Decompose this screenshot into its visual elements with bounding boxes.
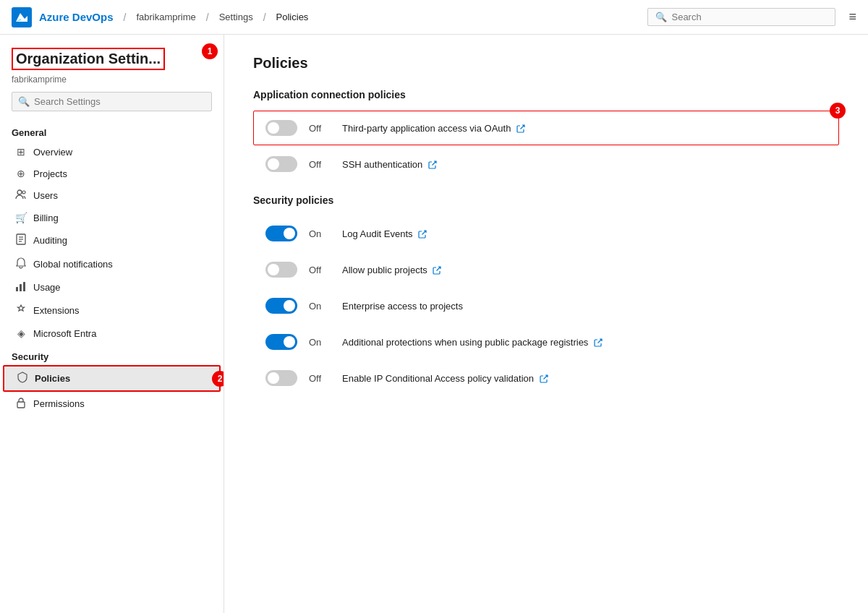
- sidebar-item-global-notifications[interactable]: Global notifications: [3, 252, 221, 276]
- ip-link-icon[interactable]: [540, 373, 548, 384]
- main-content: Policies Application connection policies…: [224, 35, 868, 613]
- sidebar-search-box[interactable]: 🔍: [12, 92, 212, 111]
- policy-name-enterprise: Enterprise access to projects: [342, 301, 463, 312]
- sidebar-item-label: Permissions: [33, 398, 85, 409]
- sidebar-item-label: Billing: [33, 213, 59, 223]
- breadcrumb-sep-1: /: [124, 12, 127, 23]
- toggle-public-projects[interactable]: [265, 262, 297, 278]
- toggle-ip-slider: [265, 370, 297, 386]
- sidebar-search-input[interactable]: [34, 96, 205, 107]
- sidebar-item-label: Overview: [33, 147, 72, 158]
- toggle-additional[interactable]: [265, 334, 297, 350]
- toggle-audit-label: On: [309, 228, 331, 239]
- toggle-ip-conditional[interactable]: [265, 370, 297, 386]
- toggle-oauth-slider: [265, 120, 297, 136]
- oauth-link-icon[interactable]: [516, 123, 525, 134]
- sidebar-item-users[interactable]: Users: [3, 184, 221, 207]
- sidebar-item-usage[interactable]: Usage: [3, 276, 221, 299]
- sidebar-item-permissions[interactable]: Permissions: [3, 392, 221, 416]
- svg-point-2: [22, 191, 25, 194]
- sidebar-item-projects[interactable]: ⊕ Projects: [3, 163, 221, 184]
- page-title: Policies: [253, 55, 839, 72]
- policy-row-enterprise-access: On Enterprise access to projects: [253, 288, 839, 323]
- toggle-public-projects-label: Off: [309, 265, 331, 275]
- permissions-icon: [14, 397, 27, 411]
- policies-item-wrapper: Policies 2: [0, 365, 224, 392]
- extensions-icon: [14, 304, 27, 317]
- users-icon: [14, 189, 27, 202]
- svg-rect-10: [17, 402, 25, 408]
- overview-icon: ⊞: [14, 146, 27, 158]
- search-icon: 🔍: [655, 12, 667, 22]
- sidebar-item-label: Extensions: [33, 305, 80, 316]
- toggle-enterprise-slider: [265, 298, 297, 314]
- toggle-enterprise[interactable]: [265, 298, 297, 314]
- azure-devops-logo-icon: [12, 7, 32, 27]
- sidebar-item-microsoft-entra[interactable]: ◈ Microsoft Entra: [3, 322, 221, 344]
- breadcrumb-sep-3: /: [263, 12, 266, 23]
- toggle-ssh-slider: [265, 156, 297, 172]
- sidebar-item-policies[interactable]: Policies: [3, 365, 221, 392]
- audit-link-icon[interactable]: [418, 228, 427, 239]
- menu-icon[interactable]: ≡: [848, 9, 856, 25]
- section-label-security: Security: [0, 344, 224, 365]
- policy-row-oauth: 3 Off Third-party application access via…: [253, 111, 839, 145]
- billing-icon: 🛒: [14, 212, 27, 223]
- policy-name-oauth: Third-party application access via OAuth: [342, 123, 525, 134]
- sidebar-item-label: Microsoft Entra: [33, 328, 96, 339]
- breadcrumb-sep-2: /: [206, 12, 209, 23]
- breadcrumb-settings[interactable]: Settings: [219, 12, 253, 22]
- org-name: fabrikamprime: [0, 73, 224, 92]
- brand-name[interactable]: Azure DevOps: [39, 11, 114, 23]
- policy-row-ssh: Off SSH authentication: [253, 147, 839, 181]
- entra-icon: ◈: [14, 327, 27, 339]
- sidebar-item-extensions[interactable]: Extensions: [3, 299, 221, 322]
- ssh-link-icon[interactable]: [428, 159, 437, 170]
- toggle-ssh[interactable]: [265, 156, 297, 172]
- sidebar-item-overview[interactable]: ⊞ Overview: [3, 141, 221, 163]
- toggle-additional-slider: [265, 334, 297, 350]
- svg-rect-9: [23, 282, 25, 291]
- additional-link-icon[interactable]: [594, 337, 603, 348]
- toggle-audit[interactable]: [265, 226, 297, 241]
- sidebar-item-auditing[interactable]: Auditing: [3, 228, 221, 252]
- svg-point-1: [17, 190, 22, 194]
- badge-3: 3: [830, 103, 846, 119]
- projects-icon: ⊕: [14, 168, 27, 179]
- sidebar: Organization Settin... 1 fabrikamprime 🔍…: [0, 35, 224, 613]
- svg-rect-8: [20, 284, 22, 291]
- sidebar-item-billing[interactable]: 🛒 Billing: [3, 207, 221, 228]
- policy-name-ssh: SSH authentication: [342, 159, 437, 170]
- main-layout: Organization Settin... 1 fabrikamprime 🔍…: [0, 35, 868, 613]
- badge-2: 2: [212, 371, 224, 387]
- usage-icon: [14, 281, 27, 293]
- notifications-icon: [14, 257, 27, 271]
- search-input[interactable]: [671, 12, 827, 22]
- breadcrumb-policies: Policies: [276, 12, 309, 22]
- toggle-oauth[interactable]: [265, 120, 297, 136]
- section-label-security-policies: Security policies: [253, 194, 839, 206]
- svg-rect-7: [16, 287, 18, 291]
- section-label-app-connection: Application connection policies: [253, 89, 839, 100]
- toggle-public-projects-slider: [265, 262, 297, 278]
- policy-row-audit: On Log Audit Events: [253, 216, 839, 251]
- toggle-enterprise-label: On: [309, 301, 331, 312]
- policy-row-public-projects: Off Allow public projects: [253, 252, 839, 287]
- sidebar-item-label: Projects: [33, 168, 67, 179]
- breadcrumb-fabrikam[interactable]: fabrikamprime: [136, 12, 195, 22]
- toggle-oauth-label: Off: [309, 123, 331, 134]
- badge-1: 1: [202, 43, 218, 59]
- sidebar-search-icon: 🔍: [18, 96, 30, 107]
- sidebar-item-label: Auditing: [33, 235, 67, 246]
- org-settings-title: Organization Settin...: [12, 48, 165, 70]
- policy-name-public-projects: Allow public projects: [342, 265, 441, 275]
- toggle-ssh-label: Off: [309, 159, 331, 170]
- public-projects-link-icon[interactable]: [433, 265, 441, 275]
- policy-row-ip-conditional: Off Enable IP Conditional Access policy …: [253, 361, 839, 395]
- policy-row-additional-protections: On Additional protections when using pub…: [253, 325, 839, 359]
- sidebar-item-label: Policies: [35, 373, 70, 384]
- global-search-box[interactable]: 🔍: [647, 8, 835, 26]
- section-label-general: General: [0, 120, 224, 141]
- policy-name-ip: Enable IP Conditional Access policy vali…: [342, 373, 548, 384]
- sidebar-item-label: Usage: [33, 282, 61, 293]
